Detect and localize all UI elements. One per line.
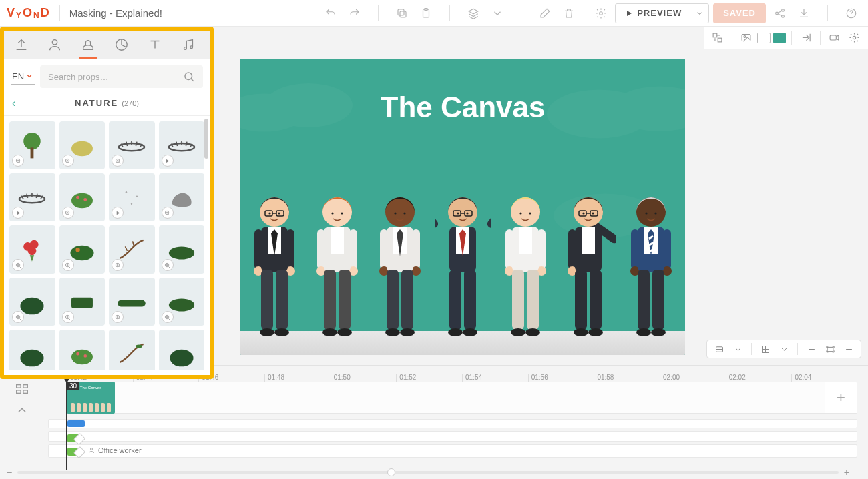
replace-icon[interactable] xyxy=(709,29,726,47)
chart-tab[interactable] xyxy=(111,31,132,59)
share-icon[interactable] xyxy=(770,3,790,23)
redo-icon[interactable] xyxy=(345,3,365,23)
prop-item[interactable] xyxy=(109,121,155,169)
prop-item[interactable] xyxy=(9,173,55,221)
zoom-icon[interactable] xyxy=(12,155,24,167)
library-scrollbar[interactable] xyxy=(204,119,208,159)
zoom-icon[interactable] xyxy=(62,207,74,219)
chevron-down-icon[interactable] xyxy=(487,3,507,23)
audio-tab[interactable] xyxy=(178,31,199,59)
motion-clip[interactable] xyxy=(67,434,79,442)
prop-tab[interactable] xyxy=(77,31,99,59)
chevron-down-icon[interactable] xyxy=(730,342,746,356)
zoom-knob[interactable] xyxy=(387,468,395,476)
motion-track[interactable] xyxy=(48,431,857,442)
trash-icon[interactable] xyxy=(559,3,579,23)
actor-track[interactable]: Office worker xyxy=(48,444,857,458)
search-icon[interactable] xyxy=(183,71,195,83)
image-icon[interactable] xyxy=(738,29,755,47)
prop-item[interactable] xyxy=(59,278,105,326)
search-input[interactable] xyxy=(48,72,183,82)
zoom-icon[interactable] xyxy=(112,311,124,323)
zoom-icon[interactable] xyxy=(162,259,174,271)
character[interactable] xyxy=(623,181,679,355)
prop-item[interactable] xyxy=(159,225,205,274)
audio-track[interactable] xyxy=(48,419,857,428)
prop-item[interactable] xyxy=(159,330,205,370)
grid-icon[interactable] xyxy=(757,342,773,356)
character[interactable] xyxy=(246,181,302,355)
bg-color-teal[interactable] xyxy=(773,33,787,43)
prop-item[interactable] xyxy=(109,278,155,326)
download-icon[interactable] xyxy=(794,3,814,23)
camera-icon[interactable] xyxy=(826,29,843,47)
character[interactable] xyxy=(435,181,491,355)
character-tab[interactable] xyxy=(44,31,65,59)
prop-item[interactable] xyxy=(109,173,155,221)
character[interactable] xyxy=(560,181,616,355)
gear-icon[interactable] xyxy=(845,29,863,47)
zoom-icon[interactable] xyxy=(162,207,174,219)
upload-tab[interactable] xyxy=(11,31,32,59)
preview-dropdown-icon[interactable] xyxy=(690,4,708,23)
project-title[interactable]: Masking - Explained! xyxy=(69,7,162,19)
saved-button[interactable]: SAVED xyxy=(713,3,766,23)
zoom-icon[interactable] xyxy=(112,259,124,271)
motion-clip[interactable] xyxy=(67,448,79,456)
canvas[interactable]: The Canvas xyxy=(240,59,685,355)
undo-icon[interactable] xyxy=(320,3,341,23)
prop-item[interactable] xyxy=(9,121,55,169)
play-icon[interactable] xyxy=(112,207,124,219)
paste-icon[interactable] xyxy=(416,3,436,23)
prop-item[interactable] xyxy=(159,173,205,221)
prop-item[interactable] xyxy=(159,121,205,169)
zoom-icon[interactable] xyxy=(162,311,174,323)
copy-icon[interactable] xyxy=(392,3,412,23)
text-tab[interactable] xyxy=(144,31,166,59)
prop-item[interactable] xyxy=(59,121,105,169)
prop-item[interactable] xyxy=(9,225,55,274)
audio-clip[interactable] xyxy=(67,420,85,427)
character[interactable] xyxy=(309,181,365,355)
add-scene-button[interactable]: + xyxy=(825,382,857,414)
prop-item[interactable] xyxy=(59,225,105,274)
chevron-down-icon[interactable] xyxy=(776,342,792,356)
zoom-plus[interactable]: + xyxy=(844,467,849,478)
collapse-icon[interactable] xyxy=(15,403,29,420)
zoom-minus[interactable]: − xyxy=(7,467,12,478)
prop-item[interactable] xyxy=(109,225,155,274)
settings-icon[interactable] xyxy=(591,3,611,23)
play-icon[interactable] xyxy=(162,155,174,167)
scene-duration-bar[interactable] xyxy=(115,382,825,414)
back-icon[interactable]: ‹ xyxy=(12,97,15,109)
zoom-bar[interactable] xyxy=(17,471,839,474)
enter-icon[interactable] xyxy=(797,29,815,47)
layers-icon[interactable] xyxy=(463,3,483,23)
zoom-icon[interactable] xyxy=(12,311,24,323)
prop-item[interactable] xyxy=(109,330,155,370)
scenes-icon[interactable] xyxy=(15,382,29,399)
bg-color-white[interactable] xyxy=(757,33,771,43)
play-icon[interactable] xyxy=(12,207,24,219)
character[interactable] xyxy=(497,181,554,355)
help-icon[interactable] xyxy=(841,3,861,23)
zoom-in-icon[interactable] xyxy=(841,342,857,356)
prop-item[interactable] xyxy=(159,278,205,326)
zoom-icon[interactable] xyxy=(62,155,74,167)
fit-icon[interactable] xyxy=(822,342,838,356)
prop-item[interactable] xyxy=(9,330,55,370)
prop-item[interactable] xyxy=(59,173,105,221)
preview-button[interactable]: PREVIEW xyxy=(615,3,709,23)
language-select[interactable]: EN xyxy=(11,69,35,85)
zoom-icon[interactable] xyxy=(12,259,24,271)
zoom-icon[interactable] xyxy=(62,311,74,323)
prop-item[interactable] xyxy=(59,330,105,370)
zoom-icon[interactable] xyxy=(112,155,124,167)
view-mode-icon[interactable] xyxy=(711,342,727,356)
scene-thumb[interactable]: 30 The Canvas xyxy=(67,382,115,414)
zoom-icon[interactable] xyxy=(62,259,74,271)
eraser-icon[interactable] xyxy=(535,3,555,23)
character[interactable] xyxy=(372,181,428,355)
prop-item[interactable] xyxy=(9,278,55,326)
zoom-out-icon[interactable] xyxy=(803,342,819,356)
